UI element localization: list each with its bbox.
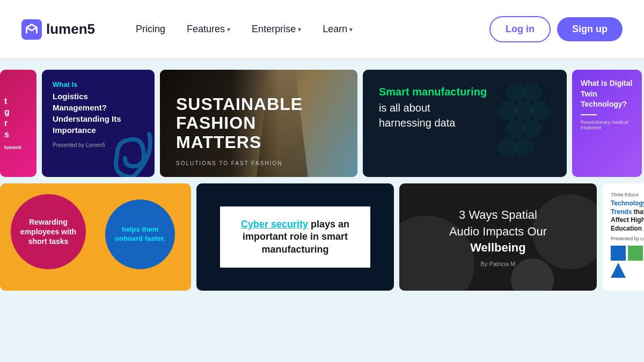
- logo-icon: [21, 19, 42, 40]
- svg-rect-11: [628, 246, 643, 261]
- hex-pattern: [497, 70, 561, 177]
- svg-rect-0: [21, 19, 42, 40]
- gallery-section: t g r s lumen5 What Is Logistics Managem…: [0, 59, 644, 362]
- nav-enterprise[interactable]: Enterprise ▾: [243, 19, 310, 39]
- gallery: t g r s lumen5 What Is Logistics Managem…: [0, 70, 644, 291]
- nav-actions: Log in Sign up: [489, 16, 623, 42]
- card-spatial-audio[interactable]: 3 Ways SpatialAudio Impacts Our Wellbein…: [399, 183, 597, 291]
- svg-marker-2: [521, 83, 543, 101]
- chevron-down-icon: ▾: [298, 26, 301, 33]
- svg-marker-13: [611, 263, 626, 278]
- swirl-decoration: [106, 129, 155, 177]
- gallery-row-1: t g r s lumen5 What Is Logistics Managem…: [0, 70, 644, 177]
- navbar: lumen5 Pricing Features ▾ Enterprise ▾ L…: [0, 0, 644, 59]
- svg-marker-9: [513, 138, 535, 156]
- logo-text: lumen5: [46, 21, 95, 38]
- card-cybersecurity[interactable]: Cyber security plays an important role i…: [196, 183, 394, 291]
- logo[interactable]: lumen5: [21, 19, 95, 40]
- card-logistics[interactable]: What Is Logistics Management? Understand…: [42, 70, 155, 177]
- login-button[interactable]: Log in: [489, 16, 551, 42]
- edu-shapes: [611, 246, 644, 278]
- card-education-trends[interactable]: Three Educa TechnologyTrends that yAffec…: [602, 183, 644, 291]
- signup-button[interactable]: Sign up: [557, 17, 623, 41]
- svg-rect-10: [611, 246, 626, 261]
- chevron-down-icon: ▾: [349, 26, 353, 33]
- nav-pricing[interactable]: Pricing: [127, 19, 174, 39]
- cyber-text-box: Cyber security plays an important role i…: [220, 206, 370, 268]
- card-fashion[interactable]: SUSTAINABLEFASHIONMATTERS SOLUTIONS TO F…: [160, 70, 357, 177]
- svg-marker-7: [521, 120, 543, 138]
- divider-line: [581, 114, 597, 115]
- nav-learn[interactable]: Learn ▾: [314, 19, 361, 39]
- gallery-row-2: Rewarding employees with short tasks hel…: [0, 183, 644, 291]
- card-rewarding-employees[interactable]: Rewarding employees with short tasks hel…: [0, 183, 191, 291]
- nav-features[interactable]: Features ▾: [178, 19, 239, 39]
- chevron-down-icon: ▾: [227, 26, 230, 33]
- svg-marker-5: [529, 101, 551, 120]
- card-smart-manufacturing[interactable]: Smart manufacturing is all aboutharnessi…: [363, 70, 567, 177]
- nav-links: Pricing Features ▾ Enterprise ▾ Learn ▾: [127, 19, 489, 39]
- circle-blue: helps them onboard faster.: [105, 200, 175, 269]
- card-partial-pink[interactable]: t g r s lumen5: [0, 70, 36, 177]
- circle-pink: Rewarding employees with short tasks: [11, 194, 86, 269]
- card-digital-twin[interactable]: What is Digital Twin Technology? Revolut…: [572, 70, 642, 177]
